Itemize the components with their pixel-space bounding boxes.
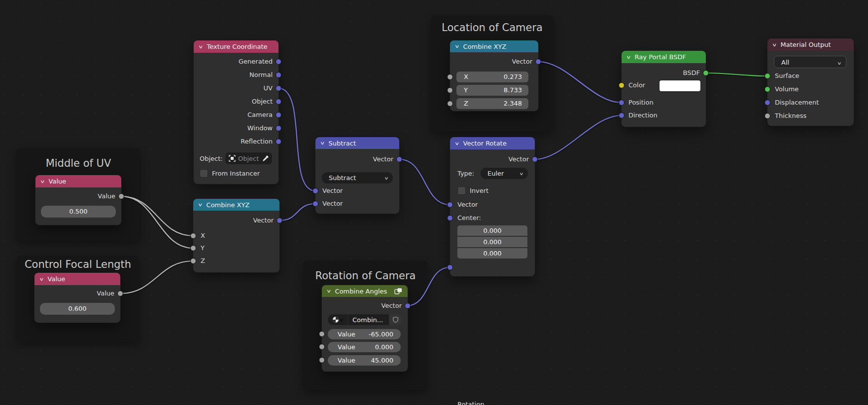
node-title: Material Output [781, 41, 831, 48]
collapse-chevron-icon[interactable]: ∨ [454, 44, 460, 49]
node-combine-xyz[interactable]: ∨ Combine XYZ Vector X Y Z [193, 199, 279, 272]
center-y-field[interactable]: 0.000 [457, 237, 527, 247]
rotation-input-label: Rotation [457, 399, 484, 405]
collapse-chevron-icon[interactable]: ∨ [320, 141, 325, 146]
z-number-field[interactable]: Z 2.348 [456, 98, 528, 109]
node-material-output[interactable]: ∨ Material Output All ∨ Surface Volume D… [767, 38, 854, 126]
socket-rotation-input[interactable] [447, 264, 453, 270]
input-label: Vector [322, 198, 343, 209]
field-label: Value [338, 342, 355, 352]
rotate-type-dropdown[interactable]: Euler ∨ [481, 168, 528, 179]
socket-vector-input[interactable] [447, 202, 453, 208]
input-label: Z [201, 256, 205, 266]
socket-bsdf-output[interactable] [703, 70, 709, 76]
socket-value-output[interactable] [118, 193, 124, 199]
color-swatch[interactable] [660, 80, 700, 91]
y-number-field[interactable]: Y 8.733 [456, 85, 528, 96]
socket-vector-output[interactable] [277, 218, 282, 223]
socket-thickness-input[interactable] [764, 113, 770, 119]
color-input-label: Color [628, 80, 645, 91]
socket-displacement-input[interactable] [764, 100, 770, 106]
invert-checkbox[interactable] [457, 186, 466, 195]
field-label: X [464, 72, 468, 82]
collapse-chevron-icon[interactable]: ∨ [626, 55, 631, 60]
socket-y-input[interactable] [190, 245, 196, 251]
socket-value3-input[interactable] [319, 357, 325, 363]
object-picker-field[interactable]: Object [225, 152, 272, 164]
socket-y-input[interactable] [447, 87, 453, 93]
socket-surface-input[interactable] [764, 73, 770, 79]
wire-value-to-z [120, 261, 193, 294]
node-combine-xyz-location[interactable]: ∨ Combine XYZ Vector X 0.273 Y 8.733 Z 2… [450, 40, 538, 111]
socket-reflection-output[interactable] [276, 139, 281, 145]
value-field[interactable]: 0.500 [41, 206, 116, 218]
socket-value-output[interactable] [117, 291, 123, 296]
value-field[interactable]: 0.600 [40, 303, 115, 315]
center-z-field[interactable]: 0.000 [457, 248, 527, 258]
socket-x-input[interactable] [447, 74, 453, 80]
socket-vector2-input[interactable] [312, 201, 318, 207]
angle-z-field[interactable]: Value 45.000 [328, 355, 401, 366]
node-editor-canvas[interactable]: Middle of UV Control Focal Length Locati… [0, 0, 868, 405]
type-label: Type: [457, 168, 474, 179]
node-texture-coordinate[interactable]: ∨ Texture Coordinate Generated Normal UV… [194, 40, 278, 184]
socket-position-input[interactable] [619, 100, 625, 106]
socket-value1-input[interactable] [319, 331, 325, 337]
collapse-chevron-icon[interactable]: ∨ [198, 44, 204, 49]
node-header: ∨ Texture Coordinate [194, 40, 278, 53]
fake-user-button[interactable] [389, 314, 402, 325]
collapse-chevron-icon[interactable]: ∨ [454, 141, 460, 146]
output-label: Value [97, 288, 114, 299]
socket-z-input[interactable] [447, 101, 453, 107]
socket-volume-input[interactable] [764, 86, 770, 92]
socket-vector1-input[interactable] [312, 188, 318, 194]
field-value: 0.273 [504, 72, 522, 82]
x-number-field[interactable]: X 0.273 [456, 72, 528, 82]
field-label: Value [338, 355, 355, 366]
socket-generated-output[interactable] [276, 59, 281, 65]
group-datablock-menu[interactable]: ∨ [328, 314, 347, 325]
node-header: ∨ Combine Angles [322, 285, 408, 297]
socket-uv-output[interactable] [276, 85, 281, 91]
socket-center-input[interactable] [447, 215, 453, 221]
angle-x-field[interactable]: Value -65.000 [328, 329, 401, 339]
socket-vector-output[interactable] [535, 59, 541, 65]
node-value-uv[interactable]: ∨ Value Value 0.500 [35, 175, 121, 225]
vector-input-label: Vector [457, 199, 478, 210]
target-dropdown[interactable]: All ∨ [774, 56, 846, 68]
eyedropper-icon[interactable] [262, 155, 269, 162]
node-value-focal[interactable]: ∨ Value Value 0.600 [35, 273, 120, 323]
node-header: ∨ Value [35, 175, 121, 187]
collapse-chevron-icon[interactable]: ∨ [772, 42, 777, 47]
socket-direction-input[interactable] [619, 112, 625, 118]
collapse-chevron-icon[interactable]: ∨ [198, 202, 203, 207]
angle-y-field[interactable]: Value 0.000 [328, 342, 401, 352]
socket-vector-output[interactable] [396, 156, 402, 162]
node-ray-portal-bsdf[interactable]: ∨ Ray Portal BSDF BSDF Color Position Di… [622, 51, 706, 127]
rotate-type-value: Euler [487, 168, 504, 179]
socket-value2-input[interactable] [319, 344, 325, 350]
node-vector-rotate[interactable]: ∨ Vector Rotate Vector Type: Euler ∨ Inv… [450, 137, 535, 276]
node-combine-angles-group[interactable]: ∨ Combine Angles Vector ∨ Combin... Valu… [322, 285, 408, 371]
socket-window-output[interactable] [276, 125, 281, 131]
collapse-chevron-icon[interactable]: ∨ [40, 179, 45, 184]
socket-vector-output[interactable] [405, 303, 411, 309]
wire-location-to-position [538, 62, 622, 103]
node-vector-math-subtract[interactable]: ∨ Subtract Vector Subtract ∨ Vector Vect… [315, 137, 399, 214]
group-name-field[interactable]: Combin... [348, 314, 389, 325]
socket-x-input[interactable] [190, 233, 196, 239]
collapse-chevron-icon[interactable]: ∨ [39, 277, 44, 282]
socket-object-output[interactable] [276, 99, 281, 105]
socket-camera-output[interactable] [276, 112, 281, 118]
field-value: -65.000 [369, 329, 393, 339]
node-title: Combine XYZ [463, 43, 507, 50]
socket-z-input[interactable] [190, 258, 196, 264]
operation-dropdown[interactable]: Subtract ∨ [322, 172, 393, 184]
from-instancer-checkbox[interactable] [200, 169, 208, 178]
node-title: Combine Angles [335, 288, 387, 295]
collapse-chevron-icon[interactable]: ∨ [326, 289, 332, 294]
socket-color-input[interactable] [619, 82, 625, 88]
center-x-field[interactable]: 0.000 [457, 225, 527, 236]
socket-normal-output[interactable] [276, 72, 281, 78]
socket-vector-output[interactable] [532, 156, 538, 162]
